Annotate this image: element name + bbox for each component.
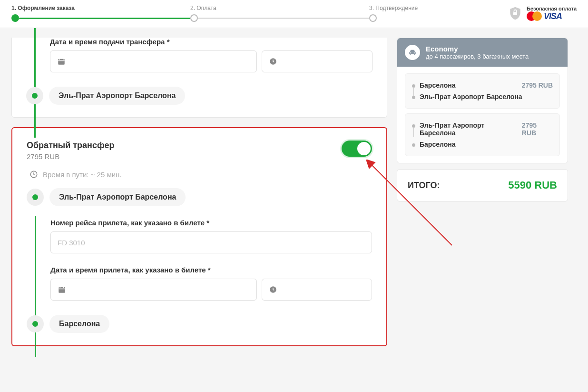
return-destination-row: Барселона [27, 315, 372, 333]
summary-header: Economy до 4 пассажиров, 3 багажных мест… [397, 38, 568, 67]
svg-rect-7 [59, 287, 65, 293]
time-input[interactable] [262, 50, 372, 72]
mastercard-icon [527, 11, 542, 21]
flight-number-input[interactable] [50, 231, 372, 253]
vehicle-capacity: до 4 пассажиров, 3 багажных места [426, 53, 529, 60]
return-transfer-toggle[interactable] [342, 141, 372, 157]
return-origin-row: Эль-Прат Аэропорт Барселона [27, 188, 372, 206]
step-3[interactable]: 3. Подтверждение [369, 5, 418, 22]
flight-number-label: Номер рейса прилета, как указано в билет… [50, 219, 372, 227]
step-dot [369, 14, 377, 22]
return-transfer-card: Обратный трансфер 2795 RUB Время в пути:… [11, 127, 387, 346]
date-time-label: Дата и время подачи трансфера * [50, 38, 372, 46]
svg-rect-4 [58, 60, 65, 61]
total-card: ИТОГО: 5590 RUB [397, 169, 568, 201]
return-destination-pill: Барселона [49, 315, 109, 333]
total-value: 5590 RUB [508, 179, 557, 191]
summary-card: Economy до 4 пассажиров, 3 багажных мест… [397, 38, 568, 163]
secure-payment-badge: Безопасная оплата VISA [508, 5, 577, 22]
return-transfer-title: Обратный трансфер [27, 141, 114, 151]
return-transfer-price: 2795 RUB [27, 152, 114, 161]
svg-rect-8 [60, 286, 61, 288]
calendar-icon [58, 285, 66, 294]
destination-row: Эль-Прат Аэропорт Барселона [26, 87, 372, 105]
svg-rect-1 [58, 59, 65, 65]
transfer-form-card: Дата и время подачи трансфера * Эль-Прат… [11, 38, 387, 118]
shield-icon [508, 5, 523, 22]
clock-icon [269, 285, 277, 294]
clock-icon [29, 170, 38, 179]
route-dot-icon [32, 194, 38, 200]
arrival-datetime-label: Дата и время прилета, как указано в биле… [50, 266, 372, 274]
step-dot-active [11, 14, 19, 22]
svg-rect-0 [513, 12, 517, 15]
arrival-date-input[interactable] [50, 279, 257, 301]
clock-icon [269, 57, 277, 66]
step-dot [190, 14, 198, 22]
vehicle-class: Economy [426, 45, 529, 53]
route-dot-icon [32, 93, 38, 99]
svg-rect-9 [63, 286, 64, 288]
step-1[interactable]: 1. Оформление заказа [11, 5, 190, 22]
route-dot-icon [32, 321, 38, 327]
step-2[interactable]: 2. Оплата [190, 5, 369, 22]
destination-pill: Эль-Прат Аэропорт Барселона [49, 87, 185, 105]
route-block-2: Эль-Прат Аэропорт Барселона 2795 RUB Бар… [405, 113, 560, 156]
svg-rect-10 [59, 289, 65, 290]
svg-rect-3 [63, 58, 64, 60]
stepper-header: 1. Оформление заказа 2. Оплата 3. Подтве… [0, 0, 588, 28]
date-input[interactable] [50, 50, 257, 72]
svg-rect-2 [59, 58, 60, 60]
car-icon [405, 45, 420, 60]
route-block-1: Барселона 2795 RUB Эль-Прат Аэропорт Бар… [405, 73, 560, 109]
return-origin-pill: Эль-Прат Аэропорт Барселона [49, 188, 186, 206]
steps: 1. Оформление заказа 2. Оплата 3. Подтве… [11, 5, 500, 22]
calendar-icon [57, 57, 66, 66]
travel-time-row: Время в пути: ~ 25 мин. [29, 170, 372, 179]
arrival-time-input[interactable] [262, 279, 372, 301]
total-label: ИТОГО: [408, 181, 440, 191]
visa-icon: VISA [544, 11, 562, 21]
